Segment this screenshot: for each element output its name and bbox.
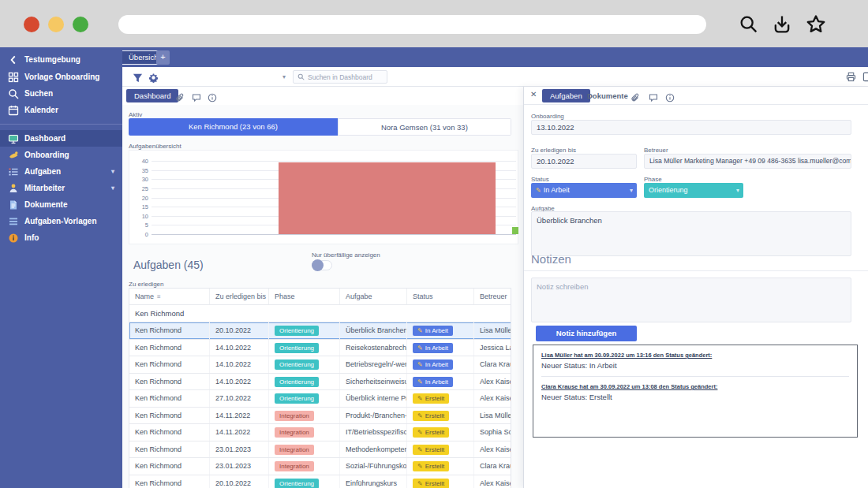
- table-row[interactable]: Ken Richmond20.10.2022OrientierungEinfüh…: [129, 475, 511, 488]
- table-cell: Reisekostenabrechnung: [340, 340, 407, 356]
- phase-label: Phase: [644, 176, 662, 183]
- clipped-icon[interactable]: [862, 71, 868, 81]
- table-row[interactable]: Ken Richmond14.10.2022OrientierungSicher…: [129, 374, 511, 391]
- divider: [524, 270, 868, 271]
- table-cell: Integration: [269, 458, 340, 475]
- notes-history-box: Lisa Müller hat am 30.09.2022 um 13:16 d…: [533, 345, 858, 438]
- pencil-icon: ✎: [417, 412, 423, 419]
- chevron-left-icon: [7, 54, 19, 65]
- download-icon[interactable]: [771, 13, 793, 35]
- comment-icon[interactable]: [649, 91, 658, 101]
- onboarding-field[interactable]: 13.10.2022: [531, 120, 851, 135]
- status-select[interactable]: ✎In Arbeit ▾: [531, 183, 637, 198]
- table-cell: Überblick Branchen: [340, 322, 407, 339]
- table-row[interactable]: Ken Richmond14.11.2022IntegrationProdukt…: [129, 408, 511, 425]
- sidebar: Testumgebung Vorlage OnboardingSuchenKal…: [0, 47, 122, 488]
- table-cell: 14.10.2022: [210, 340, 269, 356]
- group-row[interactable]: Ken Richmond: [129, 305, 511, 322]
- table-row[interactable]: Ken Richmond27.10.2022OrientierungÜberbl…: [129, 390, 511, 408]
- table-cell: Ken Richmond: [129, 390, 210, 407]
- aufgabe-textarea[interactable]: Überblick Branchen: [531, 211, 851, 256]
- sidebar-item-label: Mitarbeiter: [24, 184, 65, 192]
- table-cell: 14.10.2022: [210, 374, 269, 390]
- y-tick-label: 5: [129, 222, 148, 229]
- comment-icon[interactable]: [192, 91, 201, 101]
- paperclip-icon[interactable]: [175, 91, 185, 101]
- sidebar-item-vorlage-onboarding[interactable]: Vorlage Onboarding: [0, 69, 122, 85]
- sidebar-back[interactable]: Testumgebung: [0, 51, 122, 68]
- overdue-toggle[interactable]: [312, 260, 332, 270]
- chevron-down-icon[interactable]: ▾: [282, 73, 286, 80]
- hand-icon: [7, 149, 19, 161]
- traffic-light-maximize[interactable]: [73, 17, 88, 32]
- sidebar-item-kalender[interactable]: Kalender: [0, 102, 122, 118]
- chevron-down-icon[interactable]: ▾: [111, 184, 114, 192]
- tasks-icon: [7, 166, 19, 177]
- status-badge: ✎Erstellt: [413, 411, 449, 421]
- tab-dokumente[interactable]: Dokumente: [587, 91, 628, 100]
- dashboard-toolbar: ▾: [122, 67, 868, 87]
- dashboard-title-button[interactable]: Dashboard: [126, 89, 178, 102]
- note-textarea[interactable]: Notiz schreiben: [531, 278, 851, 322]
- chevron-down-icon[interactable]: ▾: [111, 168, 114, 175]
- search-icon[interactable]: [738, 13, 760, 35]
- column-header-0[interactable]: Name≡: [129, 289, 210, 304]
- tab-aufgaben[interactable]: Aufgaben: [542, 89, 590, 102]
- toggle-knob: [312, 259, 324, 271]
- table-row[interactable]: Ken Richmond14.10.2022OrientierungBetrie…: [129, 356, 511, 374]
- paperclip-icon[interactable]: [630, 91, 640, 101]
- sidebar-item-onboarding[interactable]: Onboarding: [0, 147, 122, 163]
- column-header-1[interactable]: Zu erledigen bis: [210, 289, 269, 304]
- column-header-5[interactable]: Betreuer: [474, 289, 511, 304]
- table-cell: Ken Richmond: [129, 408, 210, 424]
- due-field[interactable]: 20.10.2022: [531, 154, 637, 169]
- table-cell: Methodenkompetenz: [340, 441, 407, 458]
- table-row[interactable]: Ken Richmond23.01.2023IntegrationSozial-…: [129, 458, 511, 475]
- table-row[interactable]: Ken Richmond14.11.2022IntegrationIT/Betr…: [129, 424, 511, 441]
- add-note-button[interactable]: Notiz hinzufügen: [536, 326, 637, 341]
- search-input[interactable]: [308, 73, 383, 81]
- phase-badge: Orientierung: [275, 393, 319, 404]
- sidebar-item-dashboard[interactable]: Dashboard: [0, 130, 122, 147]
- add-tab-button[interactable]: +: [156, 50, 170, 65]
- progress-segment-0[interactable]: Ken Richmond (23 von 66): [129, 118, 338, 136]
- status-badge: ✎Erstellt: [413, 445, 449, 455]
- table-cell: Ken Richmond: [129, 356, 210, 373]
- note-meta-link[interactable]: Clara Krause hat am 30.09.2022 um 13:08 …: [541, 383, 849, 390]
- sidebar-items: Vorlage OnboardingSuchenKalenderDashboar…: [0, 69, 122, 246]
- sidebar-item-dokumente[interactable]: Dokumente: [0, 196, 122, 213]
- column-header-2[interactable]: Phase: [269, 289, 340, 304]
- betreuer-field[interactable]: Lisa Müller Marketing Manager +49 09 486…: [644, 154, 851, 169]
- note-meta-link[interactable]: Lisa Müller hat am 30.09.2022 um 13:16 d…: [541, 352, 849, 359]
- progress-segment-1[interactable]: Nora Gemsen (31 von 33): [338, 118, 511, 136]
- list-icon: [7, 215, 19, 227]
- filter-icon[interactable]: [133, 72, 143, 82]
- phase-select[interactable]: Orientierung ▾: [644, 183, 743, 198]
- table-row[interactable]: Ken Richmond20.10.2022OrientierungÜberbl…: [129, 322, 511, 340]
- close-icon[interactable]: ✕: [530, 90, 537, 99]
- table-cell: Sicherheitseinweisung: [340, 374, 407, 390]
- printer-icon[interactable]: [846, 71, 856, 81]
- pencil-icon: ✎: [417, 378, 423, 386]
- table-row[interactable]: Ken Richmond23.01.2023IntegrationMethode…: [129, 441, 511, 459]
- sidebar-item-suchen[interactable]: Suchen: [0, 85, 122, 102]
- sidebar-item-info[interactable]: Info: [0, 229, 122, 246]
- tasks-overview-chart: 0510152025303540: [129, 150, 518, 244]
- traffic-light-minimize[interactable]: [48, 17, 64, 32]
- table-row[interactable]: Ken Richmond14.10.2022OrientierungReisek…: [129, 340, 511, 357]
- sidebar-item-aufgaben[interactable]: Aufgaben▾: [0, 163, 122, 180]
- column-header-3[interactable]: Aufgabe: [340, 289, 407, 304]
- table-cell: Orientierung: [269, 340, 340, 356]
- sidebar-item-mitarbeiter[interactable]: Mitarbeiter▾: [0, 180, 122, 196]
- bookmark-star-icon[interactable]: [805, 13, 827, 35]
- sidebar-item-aufgaben-vorlagen[interactable]: Aufgaben-Vorlagen: [0, 213, 122, 229]
- table-cell: Alex Kaiser: [474, 374, 511, 390]
- gear-icon[interactable]: [148, 72, 159, 82]
- column-header-4[interactable]: Status: [407, 289, 474, 304]
- info-icon[interactable]: [665, 91, 675, 101]
- note-text: Neuer Status: Erstellt: [541, 393, 849, 401]
- sort-icon[interactable]: ≡: [157, 293, 161, 300]
- info-icon[interactable]: [208, 91, 217, 101]
- traffic-light-close[interactable]: [24, 17, 39, 32]
- address-bar[interactable]: [118, 15, 706, 34]
